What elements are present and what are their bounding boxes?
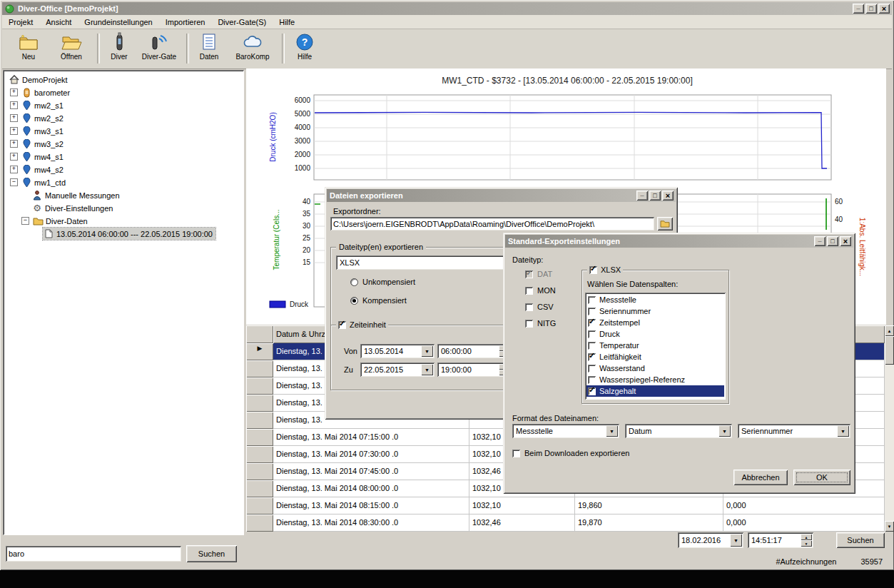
toolbar-button-diver[interactable]: Diver bbox=[102, 31, 136, 66]
toolbar-button-hilfe[interactable]: ? Hilfe bbox=[286, 31, 323, 66]
time-picker[interactable]: 14:51:17 bbox=[748, 532, 813, 548]
toolbar-button-daten[interactable]: Daten bbox=[191, 31, 228, 66]
chevron-down-icon[interactable] bbox=[837, 425, 849, 437]
columns-listbox[interactable]: Messstelle Seriennummer Zeitstempel Druc… bbox=[585, 293, 726, 400]
table-row[interactable]: Dienstag, 13. Mai 2014 08:15:00 .0 1032,… bbox=[246, 497, 885, 514]
tree-item-barometer[interactable]: barometer bbox=[10, 86, 70, 98]
filename-part1-combo[interactable]: Messstelle bbox=[512, 424, 619, 438]
close-button[interactable] bbox=[878, 4, 890, 14]
row-selector[interactable]: ▶ bbox=[246, 343, 273, 360]
minimize-button[interactable] bbox=[814, 236, 826, 246]
checkbox-dat[interactable]: DAT bbox=[525, 270, 552, 278]
expander-icon[interactable] bbox=[10, 166, 18, 173]
maximize-button[interactable] bbox=[865, 4, 877, 14]
expander-icon[interactable] bbox=[10, 153, 18, 161]
tree-item-mw4s1[interactable]: mw4_s1 bbox=[10, 151, 64, 163]
list-item-zeitstempel[interactable]: Zeitstempel bbox=[586, 317, 724, 328]
toolbar-button-diver-gate[interactable]: Diver-Gate bbox=[136, 31, 182, 66]
minimize-button[interactable] bbox=[853, 4, 864, 14]
table-search-button[interactable]: Suchen bbox=[836, 532, 885, 548]
spin-down-icon[interactable] bbox=[801, 540, 812, 547]
list-item-druck[interactable]: Druck bbox=[586, 328, 724, 340]
row-selector[interactable] bbox=[246, 514, 273, 532]
row-selector[interactable] bbox=[246, 429, 273, 446]
expander-icon[interactable] bbox=[10, 114, 18, 122]
tree-item-mw4s2[interactable]: mw4_s2 bbox=[10, 163, 64, 176]
menu-item-importieren[interactable]: Importieren bbox=[159, 16, 212, 28]
checkbox-mon[interactable]: MON bbox=[525, 286, 556, 295]
spin-up-icon[interactable] bbox=[801, 534, 812, 540]
row-selector[interactable] bbox=[246, 463, 273, 480]
checkbox-xlsx[interactable]: XLSX bbox=[587, 265, 623, 274]
chevron-down-icon[interactable] bbox=[718, 425, 731, 437]
row-selector[interactable] bbox=[246, 497, 273, 514]
tree-item-mw1ctd[interactable]: mw1_ctd bbox=[10, 176, 66, 188]
time-spinner[interactable] bbox=[801, 534, 812, 547]
tree-item-diver-daten[interactable]: Diver-Daten bbox=[21, 215, 88, 227]
tree-search-button[interactable]: Suchen bbox=[186, 545, 237, 562]
scroll-up-button[interactable]: ▲ bbox=[885, 325, 894, 336]
close-button[interactable] bbox=[662, 191, 674, 201]
row-selector[interactable] bbox=[246, 412, 273, 429]
vertical-scrollbar[interactable]: ▲ ▼ bbox=[885, 325, 894, 532]
row-selector[interactable] bbox=[246, 395, 273, 412]
menu-item-hilfe[interactable]: Hilfe bbox=[273, 16, 301, 28]
von-date-combo[interactable]: 13.05.2014 bbox=[360, 344, 435, 358]
cancel-button[interactable]: Abbrechen bbox=[733, 470, 788, 485]
chevron-down-icon[interactable] bbox=[421, 345, 433, 357]
tree-item-diver-einstellungen[interactable]: ⚙ Diver-Einstellungen bbox=[31, 202, 113, 214]
tree-item-mw3s1[interactable]: mw3_s1 bbox=[10, 125, 64, 137]
ok-button[interactable]: OK bbox=[793, 470, 850, 485]
list-item-leitfaehigkeit[interactable]: Leitfähigkeit bbox=[586, 351, 724, 363]
row-selector[interactable] bbox=[246, 377, 273, 395]
expander-icon[interactable] bbox=[10, 140, 18, 148]
chevron-down-icon[interactable] bbox=[421, 364, 433, 375]
toolbar-button-barokomp[interactable]: BaroKomp bbox=[230, 31, 275, 66]
checkbox-nitg[interactable]: NITG bbox=[525, 319, 556, 328]
menu-item-grundeinstellungen[interactable]: Grundeinstellungen bbox=[78, 16, 158, 28]
radio-unkompensiert[interactable]: Unkompensiert bbox=[350, 278, 415, 286]
date-picker[interactable]: 18.02.2016 bbox=[678, 532, 743, 548]
tree-item-data-range[interactable]: 13.05.2014 06:00:00 --- 22.05.2015 19:00… bbox=[43, 228, 215, 240]
tree-item-root[interactable]: DemoProjekt bbox=[9, 74, 68, 86]
list-item-wasserstand[interactable]: Wasserstand bbox=[586, 363, 724, 374]
row-selector[interactable] bbox=[246, 360, 273, 377]
zu-time-field[interactable]: 19:00:00 bbox=[437, 363, 512, 377]
row-selector[interactable] bbox=[246, 480, 273, 497]
browse-folder-button[interactable] bbox=[657, 217, 673, 230]
chevron-down-icon[interactable] bbox=[730, 534, 742, 547]
chevron-down-icon[interactable] bbox=[606, 425, 618, 437]
list-item-seriennummer[interactable]: Seriennummer bbox=[586, 305, 724, 317]
list-item-salzgehalt[interactable]: Salzgehalt bbox=[586, 385, 724, 397]
checkbox-csv[interactable]: CSV bbox=[525, 303, 554, 311]
row-selector[interactable] bbox=[246, 446, 273, 463]
zeiteinheit-checkbox[interactable]: Zeiteinheit bbox=[336, 320, 388, 329]
expander-icon[interactable] bbox=[21, 217, 29, 225]
maximize-button[interactable] bbox=[649, 191, 661, 201]
scroll-thumb[interactable] bbox=[885, 336, 894, 365]
filename-part2-combo[interactable]: Datum bbox=[625, 424, 732, 438]
list-item-wasserspiegel-referenz[interactable]: Wasserspiegel-Referenz bbox=[586, 374, 724, 385]
expander-icon[interactable] bbox=[10, 88, 18, 96]
table-row[interactable]: Dienstag, 13. Mai 2014 08:30:00 .0 1032,… bbox=[246, 514, 885, 532]
tree-item-mw2s1[interactable]: mw2_s1 bbox=[10, 99, 64, 111]
menu-item-ansicht[interactable]: Ansicht bbox=[39, 16, 78, 28]
minimize-button[interactable] bbox=[636, 191, 648, 201]
toolbar-button-oeffnen[interactable]: Öffnen bbox=[51, 31, 92, 66]
expander-icon[interactable] bbox=[10, 101, 18, 109]
zu-date-combo[interactable]: 22.05.2015 bbox=[360, 363, 435, 377]
tree-item-manuelle-messungen[interactable]: Manuelle Messungen bbox=[31, 189, 120, 201]
tree-item-mw2s2[interactable]: mw2_s2 bbox=[10, 112, 64, 124]
tree-item-mw3s2[interactable]: mw3_s2 bbox=[10, 138, 64, 150]
close-button[interactable] bbox=[840, 236, 851, 246]
checkbox-export-on-download[interactable]: Beim Downloaden exportieren bbox=[512, 449, 629, 457]
scroll-down-button[interactable]: ▼ bbox=[885, 521, 894, 532]
maximize-button[interactable] bbox=[827, 236, 838, 246]
filename-part3-combo[interactable]: Seriennummer bbox=[738, 424, 850, 438]
toolbar-button-neu[interactable]: Neu bbox=[8, 31, 49, 66]
von-time-field[interactable]: 06:00:00 bbox=[437, 344, 512, 358]
menu-item-projekt[interactable]: Projekt bbox=[2, 16, 39, 28]
list-item-temperatur[interactable]: Temperatur bbox=[586, 340, 724, 351]
export-folder-field[interactable]: C:\Users\joern.EIGENBRODT\AppData\Roamin… bbox=[330, 217, 654, 230]
list-item-messstelle[interactable]: Messstelle bbox=[586, 294, 724, 305]
